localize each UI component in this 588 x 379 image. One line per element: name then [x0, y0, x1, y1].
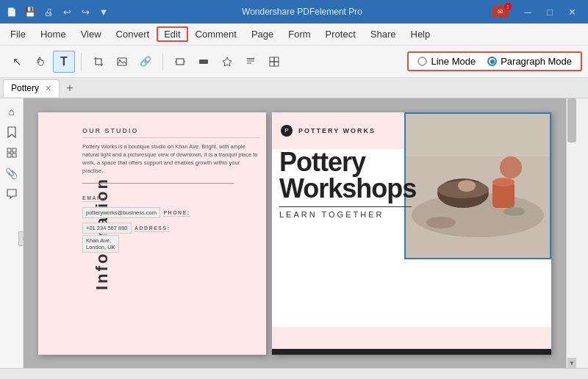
line-mode-radio[interactable]: [417, 57, 427, 66]
toolbar-select-group: ↖ T: [6, 51, 75, 73]
dropdown-arrow-icon[interactable]: ▼: [96, 4, 112, 20]
menubar: File Home View Convert Edit Comment Page…: [0, 24, 588, 46]
svg-point-30: [503, 207, 526, 216]
hand-tool-button[interactable]: [29, 51, 51, 73]
menu-form[interactable]: Form: [281, 26, 318, 42]
line-mode-label: Line Mode: [431, 56, 476, 67]
sidebar-item-home[interactable]: ⌂: [3, 103, 21, 120]
sidebar-item-attachment[interactable]: 📎: [3, 165, 21, 182]
toolbar-sep1: [81, 53, 82, 71]
maximize-button[interactable]: □: [539, 1, 560, 22]
scroll-down-button[interactable]: ▼: [567, 358, 576, 368]
document-area: Information OUR STUDIO Pottery Works is …: [24, 98, 566, 368]
tab-bar: Pottery ✕ +: [0, 78, 588, 98]
email-notification-icon[interactable]: ✉: [492, 6, 509, 18]
link-button[interactable]: 🔗: [135, 51, 157, 73]
svg-rect-32: [404, 112, 551, 156]
redact-button[interactable]: [193, 51, 215, 73]
studio-heading: OUR STUDIO: [82, 127, 260, 138]
menu-comment[interactable]: Comment: [188, 26, 244, 42]
address-label: ADDRESS:: [135, 225, 171, 232]
watermark-button[interactable]: [216, 51, 238, 73]
pottery-logo-circle: P: [281, 125, 293, 137]
menu-protect[interactable]: Protect: [318, 26, 363, 42]
image-icon: [117, 57, 127, 67]
svg-rect-20: [12, 148, 16, 152]
window-controls: ─ □ ✕: [517, 1, 582, 22]
bates-icon: [269, 57, 279, 67]
app-icon: 📄: [6, 6, 18, 18]
page-right: P POTTERY WORKS: [272, 112, 551, 355]
main-heading-line1: Pottery: [279, 149, 412, 176]
content-divider: [82, 183, 234, 184]
sidebar-item-thumbnail[interactable]: [3, 144, 21, 162]
titlebar: 📄 💾 🖨 ↩ ↪ ▼ Wondershare PDFelement Pro ✉…: [0, 0, 588, 24]
undo-icon[interactable]: ↩: [59, 4, 75, 20]
rect-button[interactable]: [169, 51, 191, 73]
scroll-thumb[interactable]: [567, 98, 576, 142]
titlebar-window-icons: 📄: [6, 6, 18, 18]
page-left-inner: Information OUR STUDIO Pottery Works is …: [38, 112, 266, 355]
bates-button[interactable]: [263, 51, 285, 73]
svg-rect-10: [199, 59, 208, 64]
menu-page[interactable]: Page: [244, 26, 281, 42]
tab-close-button[interactable]: ✕: [45, 84, 51, 93]
svg-rect-5: [118, 58, 126, 65]
phone-label: PHONE:: [163, 210, 190, 217]
close-button[interactable]: ✕: [562, 1, 582, 22]
quick-access-toolbar: 💾 🖨 ↩ ↪ ▼: [22, 4, 112, 20]
menu-help[interactable]: Help: [404, 26, 438, 42]
paragraph-mode-radio[interactable]: [487, 57, 497, 66]
toolbar-markup-group: [169, 51, 285, 73]
watermark-icon: [222, 57, 232, 67]
toolbar: ↖ T 🔗: [0, 46, 588, 78]
svg-rect-22: [12, 154, 16, 157]
toolbar-sep2: [162, 53, 163, 71]
header-button[interactable]: [240, 51, 262, 73]
redo-icon[interactable]: ↪: [77, 4, 93, 20]
image-button[interactable]: [111, 51, 133, 73]
svg-rect-18: [274, 62, 279, 66]
svg-marker-11: [223, 57, 232, 66]
select-tool-button[interactable]: ↖: [6, 51, 28, 73]
menu-home[interactable]: Home: [33, 26, 74, 42]
sidebar-item-bookmark[interactable]: [3, 123, 21, 141]
tab-pottery[interactable]: Pottery ✕: [3, 79, 60, 97]
crop-icon: [93, 57, 104, 67]
subheading-learn-together: LEARN TOGETHER: [279, 206, 412, 219]
app-title: Wondershare PDFelement Pro: [112, 7, 492, 17]
svg-rect-19: [7, 148, 11, 152]
bottom-pink-section: [272, 327, 551, 349]
crop-button[interactable]: [87, 51, 110, 73]
main-content: Information OUR STUDIO Pottery Works is …: [24, 98, 576, 368]
sidebar-item-comment[interactable]: [3, 185, 21, 203]
svg-rect-15: [270, 57, 274, 62]
menu-file[interactable]: File: [3, 26, 33, 42]
line-mode-option[interactable]: Line Mode: [417, 56, 476, 67]
pottery-photo: [404, 112, 551, 259]
toolbar-edit-group: 🔗: [87, 51, 157, 73]
menu-share[interactable]: Share: [363, 26, 404, 42]
thumbnail-icon: [7, 148, 17, 158]
tab-label: Pottery: [11, 83, 39, 93]
save-icon[interactable]: 💾: [22, 4, 38, 20]
svg-point-28: [492, 178, 514, 187]
redact-icon: [198, 57, 209, 67]
photo-svg: [404, 112, 551, 259]
svg-point-31: [458, 180, 476, 192]
minimize-button[interactable]: ─: [517, 1, 538, 22]
menu-view[interactable]: View: [74, 26, 109, 42]
studio-body-text: Pottery Works is a boutique studio on Kh…: [82, 142, 260, 176]
left-sidebar: ⌂ 📎 ›: [0, 98, 24, 379]
vertical-scrollbar[interactable]: ▲ ▼: [566, 98, 576, 368]
menu-convert[interactable]: Convert: [109, 26, 157, 42]
menu-edit[interactable]: Edit: [157, 26, 187, 42]
print-icon[interactable]: 🖨: [40, 4, 57, 20]
edit-text-button[interactable]: T: [53, 51, 75, 73]
hand-icon: [35, 57, 46, 67]
new-tab-button[interactable]: +: [62, 81, 77, 95]
paragraph-mode-option[interactable]: Paragraph Mode: [487, 56, 572, 67]
main-text-area: Pottery Workshops LEARN TOGETHER: [279, 149, 412, 219]
bookmark-icon: [7, 126, 17, 138]
svg-rect-17: [270, 62, 274, 66]
